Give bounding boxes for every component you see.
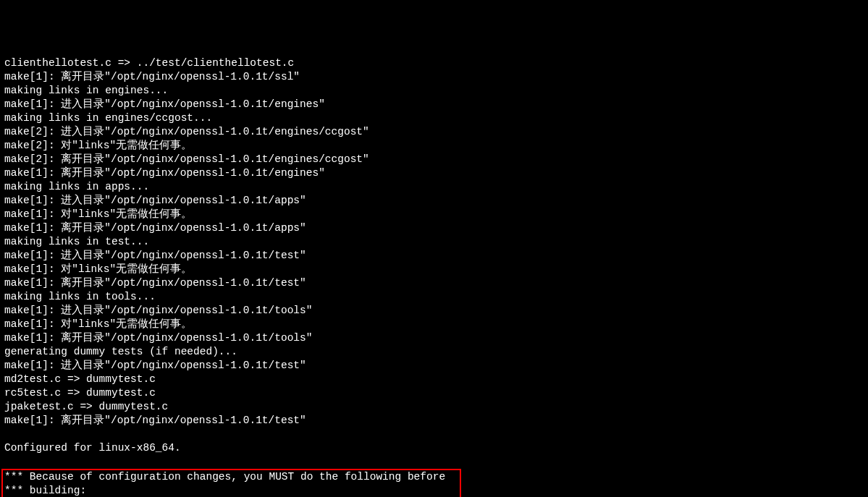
output-line: jpaketest.c => dummytest.c [4,401,168,412]
output-line: make[1]: 离开目录"/opt/nginx/openssl-1.0.1t/… [4,332,312,344]
output-line: make[2]: 离开目录"/opt/nginx/openssl-1.0.1t/… [4,153,369,165]
output-line: rc5test.c => dummytest.c [4,387,156,399]
output-line: making links in test... [4,236,149,247]
output-line: make[1]: 离开目录"/opt/nginx/openssl-1.0.1t/… [4,277,306,289]
output-line: make[1]: 对"links"无需做任何事。 [4,318,192,330]
output-line: make[1]: 对"links"无需做任何事。 [4,208,192,220]
output-line: making links in engines/ccgost... [4,112,212,124]
output-line: make[2]: 进入目录"/opt/nginx/openssl-1.0.1t/… [4,126,369,137]
output-line: make[1]: 离开目录"/opt/nginx/openssl-1.0.1t/… [4,222,306,234]
output-line: make[1]: 进入目录"/opt/nginx/openssl-1.0.1t/… [4,360,306,371]
output-line: make[2]: 对"links"无需做任何事。 [4,140,192,151]
output-line: making links in engines... [4,85,168,96]
output-line: make[1]: 离开目录"/opt/nginx/openssl-1.0.1t/… [4,415,306,426]
warning-line: *** Because of configuration changes, yo… [4,471,452,483]
output-line: making links in tools... [4,291,156,302]
output-line: generating dummy tests (if needed)... [4,346,237,357]
output-line: Configured for linux-x86_64. [4,442,181,454]
warning-highlight-box: *** Because of configuration changes, yo… [1,469,461,497]
output-line: make[1]: 进入目录"/opt/nginx/openssl-1.0.1t/… [4,195,306,206]
output-line: make[1]: 进入目录"/opt/nginx/openssl-1.0.1t/… [4,250,306,261]
output-line: make[1]: 进入目录"/opt/nginx/openssl-1.0.1t/… [4,98,325,110]
output-line: make[1]: 对"links"无需做任何事。 [4,263,192,275]
output-line: make[1]: 离开目录"/opt/nginx/openssl-1.0.1t/… [4,167,325,179]
output-line: make[1]: 进入目录"/opt/nginx/openssl-1.0.1t/… [4,305,312,316]
warning-line: *** building: [4,485,458,496]
output-line: clienthellotest.c => ../test/clienthello… [4,57,294,69]
output-line: make[1]: 离开目录"/opt/nginx/openssl-1.0.1t/… [4,71,300,82]
terminal-output: clienthellotest.c => ../test/clienthello… [4,56,864,497]
output-line: md2test.c => dummytest.c [4,373,156,385]
output-line: making links in apps... [4,181,149,192]
